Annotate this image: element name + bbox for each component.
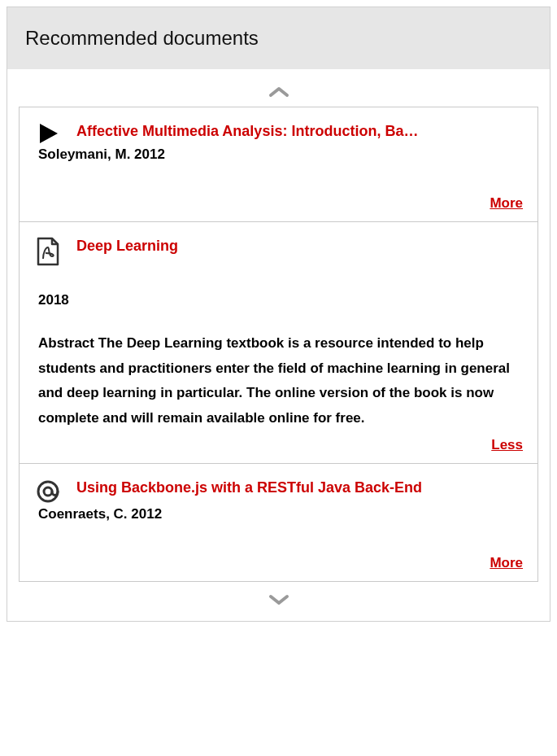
document-list: Affective Multimedia Analysis: Introduct… [19, 107, 538, 582]
chevron-down-icon [268, 593, 289, 606]
chevron-up-icon [268, 85, 289, 98]
document-year: 2018 [38, 292, 523, 308]
svg-point-0 [38, 482, 58, 501]
at-sign-icon [34, 477, 62, 505]
document-title-link[interactable]: Deep Learning [76, 235, 523, 257]
document-abstract: Abstract The Deep Learning textbook is a… [38, 331, 523, 430]
more-link[interactable]: More [490, 555, 523, 570]
panel-body: Affective Multimedia Analysis: Introduct… [7, 69, 550, 621]
scroll-up-button[interactable] [19, 81, 538, 107]
pdf-file-icon [34, 235, 62, 266]
less-link[interactable]: Less [491, 437, 523, 452]
document-item: Deep Learning 2018 Abstract The Deep Lea… [20, 222, 537, 464]
document-item: Using Backbone.js with a RESTful Java Ba… [20, 464, 537, 581]
document-author: Soleymani, M. 2012 [38, 146, 523, 163]
document-author: Coenraets, C. 2012 [38, 506, 523, 522]
panel-title: Recommended documents [7, 7, 550, 69]
recommended-documents-panel: Recommended documents Affective Multimed… [7, 7, 550, 622]
play-icon [34, 120, 62, 145]
scroll-down-button[interactable] [19, 582, 538, 610]
document-item: Affective Multimedia Analysis: Introduct… [20, 107, 537, 222]
document-title-link[interactable]: Using Backbone.js with a RESTful Java Ba… [76, 477, 523, 499]
document-title-link[interactable]: Affective Multimedia Analysis: Introduct… [76, 120, 523, 142]
more-link[interactable]: More [490, 195, 523, 211]
